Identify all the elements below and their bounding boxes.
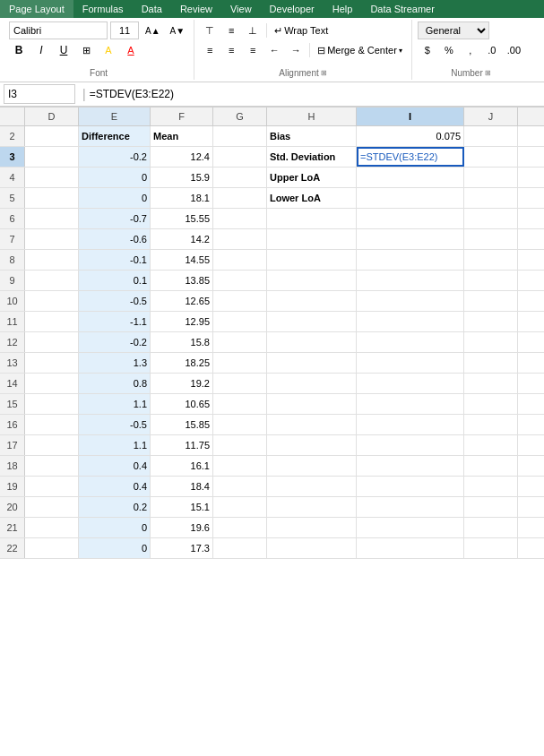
tab-view[interactable]: View [221,0,261,18]
cell-i10[interactable] [357,291,464,311]
cell-e14[interactable]: 0.8 [79,374,151,393]
dollar-button[interactable]: $ [418,41,437,59]
cell-j22[interactable] [464,538,518,558]
cell-e16[interactable]: -0.5 [79,415,151,434]
cell-f2[interactable]: Mean [151,126,213,146]
merge-center-button[interactable]: ⊟ Merge & Center ▾ [314,41,406,59]
cell-e22[interactable]: 0 [79,538,151,558]
cell-f5[interactable]: 18.1 [151,188,213,208]
align-center-button[interactable]: ≡ [221,41,241,59]
bold-button[interactable]: B [9,41,29,59]
cell-f22[interactable]: 17.3 [151,538,213,558]
border-button[interactable]: ⊞ [76,41,96,59]
cell-f6[interactable]: 15.55 [151,209,213,228]
cell-d5[interactable] [25,188,79,208]
cell-h8[interactable] [267,250,357,270]
cell-h6[interactable] [267,209,357,228]
cell-i2[interactable]: 0.075 [357,126,464,146]
cell-d20[interactable] [25,497,79,517]
cell-f15[interactable]: 10.65 [151,394,213,414]
cell-h4[interactable]: Upper LoA [267,168,357,187]
indent-decrease-button[interactable]: ← [264,41,284,59]
tab-help[interactable]: Help [324,0,362,18]
cell-e8[interactable]: -0.1 [79,250,151,270]
cell-j16[interactable] [464,415,518,434]
name-box[interactable] [4,84,75,104]
align-left-button[interactable]: ≡ [200,41,220,59]
cell-g14[interactable] [213,374,267,393]
cell-e7[interactable]: -0.6 [79,229,151,249]
cell-g13[interactable] [213,353,267,373]
cell-j4[interactable] [464,168,518,187]
cell-j11[interactable] [464,312,518,331]
cell-g3[interactable] [213,147,267,167]
cell-j14[interactable] [464,374,518,393]
cell-j8[interactable] [464,250,518,270]
tab-data[interactable]: Data [133,0,171,18]
cell-h21[interactable] [267,518,357,537]
col-header-i[interactable]: I [357,107,464,125]
cell-i14[interactable] [357,374,464,393]
cell-d13[interactable] [25,353,79,373]
cell-i17[interactable] [357,435,464,455]
cell-f17[interactable]: 11.75 [151,435,213,455]
cell-g20[interactable] [213,497,267,517]
cell-d4[interactable] [25,168,79,187]
cell-h16[interactable] [267,415,357,434]
cell-g10[interactable] [213,291,267,311]
cell-g2[interactable] [213,126,267,146]
cell-d19[interactable] [25,477,79,496]
font-color-button[interactable]: A [121,41,141,59]
cell-j10[interactable] [464,291,518,311]
cell-j2[interactable] [464,126,518,146]
number-format-select[interactable]: General [418,21,489,39]
col-header-j[interactable]: J [464,107,518,125]
cell-e17[interactable]: 1.1 [79,435,151,455]
cell-i16[interactable] [357,415,464,434]
cell-g22[interactable] [213,538,267,558]
cell-g18[interactable] [213,456,267,476]
cell-d3[interactable] [25,147,79,167]
percent-button[interactable]: % [439,41,459,59]
underline-button[interactable]: U [54,41,73,59]
cell-i20[interactable] [357,497,464,517]
tab-formulas[interactable]: Formulas [73,0,133,18]
cell-f19[interactable]: 18.4 [151,477,213,496]
fill-color-button[interactable]: A [99,41,118,59]
col-header-h[interactable]: H [267,107,357,125]
cell-f4[interactable]: 15.9 [151,168,213,187]
cell-e20[interactable]: 0.2 [79,497,151,517]
cell-d12[interactable] [25,332,79,352]
font-size-increase-button[interactable]: A▲ [142,21,164,39]
cell-h2[interactable]: Bias [267,126,357,146]
cell-f7[interactable]: 14.2 [151,229,213,249]
cell-i6[interactable] [357,209,464,228]
cell-i18[interactable] [357,456,464,476]
cell-e18[interactable]: 0.4 [79,456,151,476]
cell-f13[interactable]: 18.25 [151,353,213,373]
cell-e19[interactable]: 0.4 [79,477,151,496]
cell-j20[interactable] [464,497,518,517]
cell-d21[interactable] [25,518,79,537]
cell-j5[interactable] [464,188,518,208]
cell-g11[interactable] [213,312,267,331]
cell-j17[interactable] [464,435,518,455]
cell-f12[interactable]: 15.8 [151,332,213,352]
wrap-text-button[interactable]: ↵ Wrap Text [271,21,332,39]
cell-e21[interactable]: 0 [79,518,151,537]
cell-g15[interactable] [213,394,267,414]
cell-d2[interactable] [25,126,79,146]
cell-j13[interactable] [464,353,518,373]
cell-i7[interactable] [357,229,464,249]
decimal-decrease-button[interactable]: .00 [504,41,524,59]
cell-i12[interactable] [357,332,464,352]
cell-h17[interactable] [267,435,357,455]
col-header-f[interactable]: F [151,107,213,125]
cell-j12[interactable] [464,332,518,352]
cell-h9[interactable] [267,271,357,290]
cell-g7[interactable] [213,229,267,249]
cell-i5[interactable] [357,188,464,208]
cell-i3[interactable]: =STDEV(E3:E22) [357,147,464,167]
indent-increase-button[interactable]: → [286,41,306,59]
cell-d8[interactable] [25,250,79,270]
